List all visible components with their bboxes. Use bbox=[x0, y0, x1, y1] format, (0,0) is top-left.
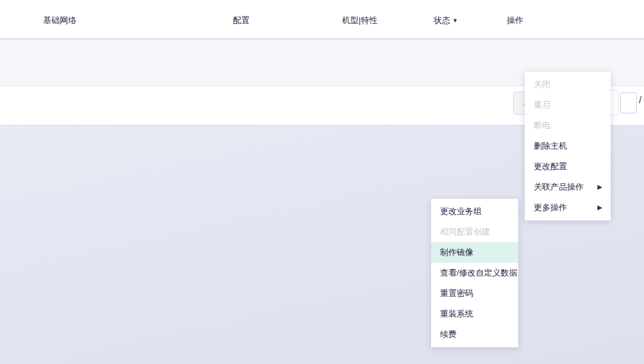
column-header-config: 配置 bbox=[233, 15, 250, 26]
submenu-arrow-icon: ▶ bbox=[597, 177, 602, 197]
menu-item-view-edit-custom-data[interactable]: 查看/修改自定义数据 bbox=[431, 263, 518, 283]
console-page: 基础网络 配置 机型|特性 状态▼ 操作 可用区B (内) 10.23.159.… bbox=[0, 0, 644, 364]
table-header-row: 基础网络 配置 机型|特性 状态▼ 操作 bbox=[0, 0, 644, 39]
pagination-separator: / bbox=[639, 94, 641, 105]
column-header-status[interactable]: 状态▼ bbox=[434, 15, 458, 26]
menu-item-related-product-ops[interactable]: 关联产品操作▶ bbox=[525, 177, 611, 197]
menu-item-shutdown: 关闭 bbox=[525, 74, 611, 95]
menu-item-delete-host[interactable]: 删除主机 bbox=[525, 136, 611, 156]
menu-item-restart: 重启 bbox=[525, 95, 611, 115]
related-product-ops-label: 关联产品操作 bbox=[534, 182, 584, 192]
more-ops-submenu: 更改业务组 相同配置创建 制作镜像 查看/修改自定义数据 重置密码 重装系统 续… bbox=[431, 199, 518, 347]
menu-item-change-business-group[interactable]: 更改业务组 bbox=[431, 201, 518, 222]
menu-item-create-image[interactable]: 制作镜像 bbox=[431, 242, 518, 263]
status-filter-icon[interactable]: ▼ bbox=[452, 17, 458, 24]
menu-item-reset-password[interactable]: 重置密码 bbox=[431, 283, 518, 304]
status-header-label: 状态 bbox=[434, 15, 450, 25]
column-header-network: 基础网络 bbox=[43, 15, 76, 26]
submenu-arrow-icon: ▶ bbox=[597, 197, 602, 218]
menu-item-more-ops[interactable]: 更多操作▶ bbox=[525, 197, 611, 218]
menu-item-poweroff: 断电 bbox=[525, 115, 611, 136]
menu-item-change-config[interactable]: 更改配置 bbox=[525, 156, 611, 177]
page-jump-input[interactable] bbox=[620, 92, 637, 113]
menu-item-reinstall-system[interactable]: 重装系统 bbox=[431, 304, 518, 324]
column-header-machine-type: 机型|特性 bbox=[342, 15, 377, 26]
menu-item-create-same-config: 相同配置创建 bbox=[431, 222, 518, 242]
more-ops-label: 更多操作 bbox=[534, 203, 567, 212]
action-dropdown-menu: 关闭 重启 断电 删除主机 更改配置 关联产品操作▶ 更多操作▶ bbox=[525, 72, 611, 220]
menu-item-renew[interactable]: 续费 bbox=[431, 324, 518, 345]
column-header-actions: 操作 bbox=[507, 15, 523, 26]
